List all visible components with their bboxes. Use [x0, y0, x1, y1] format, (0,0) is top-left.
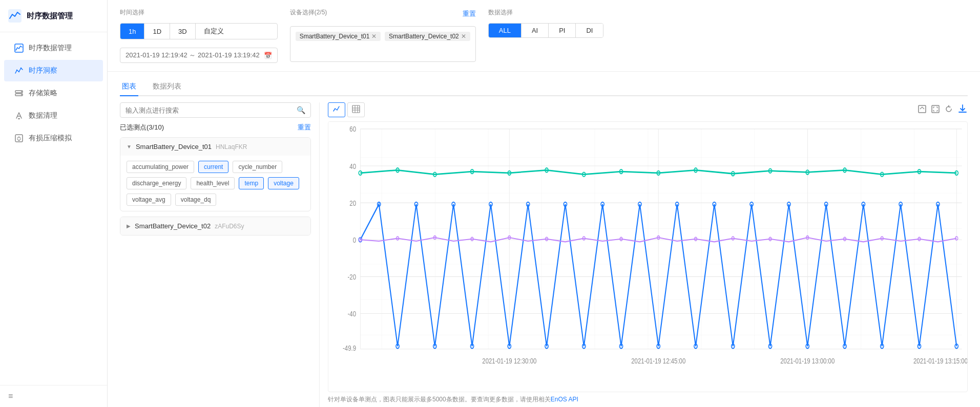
tabs: 图表 数据列表 [120, 78, 968, 96]
chart-svg: 60 40 20 0 -20 -40 -49.9 2021-01-19 12:3… [328, 122, 967, 392]
line-chart-icon [332, 105, 341, 113]
sidebar-item-compress-label: 有损压缩模拟 [29, 134, 72, 143]
device-selector-label: 设备选择(2/5) [290, 8, 327, 17]
device-group-t02: ▶ SmartBattery_Device_t02 zAFuD6Sy [120, 217, 311, 235]
sidebar: 时序数据管理 时序数据管理 时序洞察 [0, 0, 108, 407]
download-btn[interactable] [957, 103, 968, 116]
data-selector-group: 数据选择 ALL AI PI DI [488, 8, 604, 38]
enos-api-link[interactable]: EnOS API [551, 396, 578, 403]
time-btn-3d[interactable]: 3D [170, 24, 196, 39]
tag-current[interactable]: current [198, 161, 228, 173]
refresh-btn[interactable] [944, 104, 953, 116]
svg-rect-21 [360, 129, 962, 349]
svg-point-2 [16, 70, 17, 71]
sidebar-item-timeseries[interactable]: 时序数据管理 [4, 37, 103, 59]
tag-temp[interactable]: temp [239, 177, 264, 189]
time-btn-1d[interactable]: 1D [144, 24, 170, 39]
svg-text:-40: -40 [348, 309, 357, 318]
chart-type-table[interactable] [347, 102, 365, 117]
device-selector-group: 设备选择(2/5) 重置 SmartBattery_Device_t01 ✕ S… [290, 8, 476, 62]
chart-actions [918, 103, 968, 116]
tag-discharge-energy[interactable]: discharge_energy [127, 177, 186, 189]
device-selector-box[interactable]: SmartBattery_Device_t01 ✕ SmartBattery_D… [290, 26, 476, 62]
svg-rect-12 [352, 105, 360, 113]
insights-icon [14, 66, 24, 75]
svg-point-8 [21, 94, 22, 95]
tag-cycle-number[interactable]: cycle_number [233, 161, 282, 173]
search-box[interactable]: 🔍 [120, 102, 311, 118]
data-btn-di[interactable]: DI [576, 24, 603, 37]
chart-layout: 🔍 已选测点(3/10) 重置 ▼ SmartBattery_Device_t0… [120, 102, 968, 407]
data-btn-all[interactable]: ALL [489, 24, 522, 37]
bottom-note: 针对单设备单测点，图表只能展示最多5000条数据。要查询更多数据，请使用相关En… [328, 392, 968, 407]
device-selector-header: 设备选择(2/5) 重置 [290, 8, 476, 19]
time-selector-label: 时间选择 [120, 8, 278, 17]
sidebar-logo: 时序数据管理 [0, 0, 107, 32]
data-btn-ai[interactable]: AI [522, 24, 549, 37]
tag-health-level[interactable]: health_level [191, 177, 235, 189]
svg-text:2021-01-19 12:30:00: 2021-01-19 12:30:00 [482, 356, 536, 365]
main-content: 时间选择 1h 1D 3D 自定义 2021-01-19 12:19:42 ～ … [108, 0, 980, 407]
data-selector-label: 数据选择 [488, 8, 604, 17]
device-tag-t01-name: SmartBattery_Device_t01 [300, 33, 370, 40]
time-btn-custom[interactable]: 自定义 [196, 24, 232, 39]
selected-header: 已选测点(3/10) 重置 [120, 123, 311, 132]
sidebar-item-insights-label: 时序洞察 [29, 66, 57, 75]
device-group-t02-id: zAFuD6Sy [215, 223, 244, 230]
device-tag-t02: SmartBattery_Device_t02 ✕ [385, 32, 470, 41]
device-group-t01-tags: accumulating_power current cycle_number … [120, 156, 310, 211]
points-reset-link[interactable]: 重置 [298, 123, 311, 132]
svg-point-7 [21, 91, 22, 92]
tag-voltage-avg[interactable]: voltage_avg [127, 194, 171, 206]
cleaning-icon [14, 111, 24, 120]
search-input[interactable] [126, 106, 294, 114]
sidebar-item-insights[interactable]: 时序洞察 [4, 60, 103, 81]
sidebar-nav: 时序数据管理 时序洞察 存储策略 [0, 32, 107, 385]
device-reset-link[interactable]: 重置 [463, 9, 476, 18]
sidebar-footer: ≡ [0, 385, 107, 407]
date-range-display[interactable]: 2021-01-19 12:19:42 ～ 2021-01-19 13:19:4… [120, 48, 278, 63]
time-btn-1h[interactable]: 1h [120, 24, 144, 39]
sidebar-item-cleaning[interactable]: 数据清理 [4, 105, 103, 126]
device-group-t01-id: HNLaqFKR [216, 143, 247, 151]
compress-icon [14, 134, 24, 143]
calendar-icon: 📅 [264, 52, 272, 59]
device-group-t01: ▼ SmartBattery_Device_t01 HNLaqFKR accum… [120, 137, 311, 211]
fullscreen-btn[interactable] [931, 104, 940, 116]
tag-voltage-dq[interactable]: voltage_dq [175, 194, 217, 206]
expand-btn[interactable] [918, 104, 927, 116]
device-tag-t02-close[interactable]: ✕ [461, 33, 466, 40]
svg-text:0: 0 [353, 235, 356, 244]
device-tag-t01: SmartBattery_Device_t01 ✕ [296, 32, 381, 41]
left-panel: 🔍 已选测点(3/10) 重置 ▼ SmartBattery_Device_t0… [120, 102, 320, 407]
tab-chart[interactable]: 图表 [120, 78, 138, 96]
svg-text:20: 20 [349, 199, 356, 207]
refresh-icon [944, 104, 953, 114]
svg-rect-18 [932, 105, 939, 113]
svg-rect-17 [919, 105, 926, 113]
data-btn-pi[interactable]: PI [549, 24, 576, 37]
chart-type-line[interactable] [328, 102, 345, 117]
sidebar-item-storage-label: 存储策略 [29, 89, 57, 98]
device-group-t02-arrow: ▶ [127, 223, 131, 229]
svg-point-3 [18, 71, 19, 72]
tag-voltage[interactable]: voltage [268, 177, 299, 189]
device-tag-t02-name: SmartBattery_Device_t02 [389, 33, 459, 40]
device-group-t01-header[interactable]: ▼ SmartBattery_Device_t01 HNLaqFKR [120, 138, 310, 156]
tag-accumulating-power[interactable]: accumulating_power [127, 161, 194, 173]
device-group-t02-name: SmartBattery_Device_t02 [135, 222, 211, 230]
search-icon: 🔍 [297, 106, 305, 114]
collapse-icon[interactable]: ≡ [8, 392, 13, 400]
svg-text:2021-01-19 12:45:00: 2021-01-19 12:45:00 [631, 356, 685, 365]
sidebar-item-storage[interactable]: 存储策略 [4, 82, 103, 104]
time-selector-group: 时间选择 1h 1D 3D 自定义 2021-01-19 12:19:42 ～ … [120, 8, 278, 63]
sidebar-item-compress[interactable]: 有损压缩模拟 [4, 127, 103, 149]
device-group-t02-header[interactable]: ▶ SmartBattery_Device_t02 zAFuD6Sy [120, 217, 310, 235]
svg-text:60: 60 [349, 125, 356, 134]
svg-point-4 [20, 68, 22, 69]
tab-datalist[interactable]: 数据列表 [151, 78, 183, 96]
device-tag-t01-close[interactable]: ✕ [371, 33, 377, 40]
logo-text: 时序数据管理 [27, 11, 73, 21]
selected-count: 已选测点(3/10) [120, 123, 164, 132]
fullscreen-icon [931, 104, 940, 114]
